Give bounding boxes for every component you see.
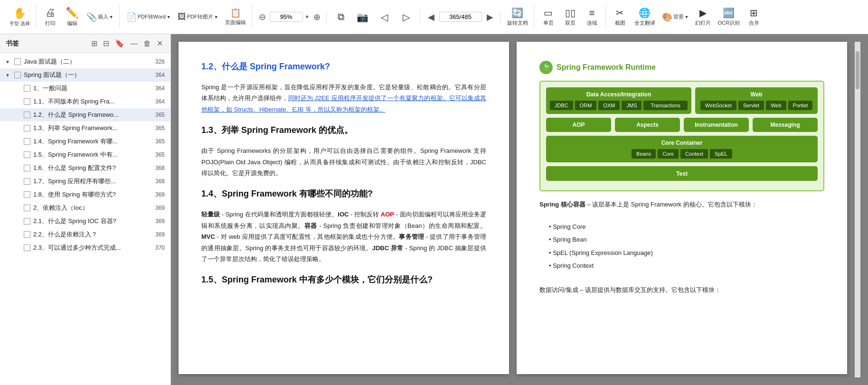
core-container-title: Core Container <box>550 140 814 146</box>
bookmark-checkbox[interactable] <box>24 231 30 238</box>
bookmark-checkbox[interactable] <box>24 138 30 145</box>
diagram-row-4: Test <box>546 166 818 181</box>
toolbar-group-select: ✋ 手型 选择 <box>4 5 36 29</box>
bookmark-checkbox[interactable] <box>24 125 30 131</box>
edit-button[interactable]: ✏️ 编辑 <box>62 5 83 29</box>
bookmark-checkbox[interactable] <box>24 112 30 118</box>
web-items: WebSocket Servlet Web Portlet <box>699 101 814 110</box>
diagram-item-jms: JMS <box>622 101 642 110</box>
background-button[interactable]: 🎨 背景 ▼ <box>659 10 692 24</box>
background-label: 背景 <box>673 13 684 20</box>
bookmark-checkbox[interactable] <box>24 205 30 211</box>
bookmark-checkbox[interactable] <box>24 165 30 171</box>
sidebar-content: ▼Java 面试题（二）326▼Spring 面试题（一）3641、一般问题36… <box>0 53 170 385</box>
bookmark-page: 368 <box>155 165 165 171</box>
list-item[interactable]: 1.2、什么是 Spring Framewo...365 <box>0 108 170 122</box>
toolbar-group-rotate: 🔄 旋转文档 <box>501 5 534 28</box>
combine-button[interactable]: ⊞ 合并 <box>744 5 764 28</box>
pdf-to-word-button[interactable]: 📄 PDF转Word ▼ <box>123 10 174 24</box>
diagram-item-spel: SpEL <box>710 149 732 159</box>
copy-button[interactable]: ⧉ <box>330 9 351 24</box>
diagram-item-jdbc: JDBC <box>550 101 573 110</box>
content-area: 1.2、什么是 Spring Framework? Spring 是一个开源应用… <box>171 34 868 385</box>
continuous-button[interactable]: ≡ 连续 <box>582 6 603 28</box>
list-item[interactable]: ▼Java 面试题（二）326 <box>0 55 170 68</box>
list-item[interactable]: 2.2、什么是依赖注入？369 <box>0 228 170 241</box>
bookmark-checkbox[interactable] <box>24 218 30 225</box>
double-page-button[interactable]: ▯▯ 双页 <box>560 5 581 28</box>
bookmark-checkbox[interactable] <box>24 98 30 105</box>
hand-select-button[interactable]: ✋ 手型 选择 <box>7 5 33 29</box>
expand-icon <box>13 164 21 172</box>
next-page-button[interactable]: ▶ <box>484 11 496 23</box>
zoom-out-button[interactable]: ⊖ <box>257 11 268 23</box>
bullet-spring-bean: Spring Bean <box>549 234 824 245</box>
zoom-in-button[interactable]: ⊕ <box>311 11 322 23</box>
list-item[interactable]: 1.8、使用 Spring 有哪些方式?368 <box>0 188 170 201</box>
ppt-button[interactable]: ▶ 幻灯片 <box>692 5 714 28</box>
list-item[interactable]: 2、依赖注入（Ioc）369 <box>0 201 170 215</box>
ocr-icon: 🔤 <box>723 7 735 19</box>
bookmark-checkbox[interactable] <box>24 191 30 198</box>
list-item[interactable]: 1.6、什么是 Spring 配置文件?368 <box>0 161 170 175</box>
expand-icon <box>13 191 21 198</box>
pdf-to-img-button[interactable]: 🖼 PDF转图片 ▼ <box>175 10 221 24</box>
bookmark-checkbox[interactable] <box>24 244 30 251</box>
sidebar-delete-icon[interactable]: 🗑 <box>142 38 153 49</box>
list-item[interactable]: 1.5、Spring Framework 中有...365 <box>0 148 170 161</box>
audio-right-button[interactable]: ▷ <box>396 9 417 25</box>
edit-label: 编辑 <box>67 20 77 27</box>
diagram-item-servlet: Servlet <box>738 101 764 110</box>
sidebar-collapse-icon[interactable]: ⊟ <box>101 38 111 49</box>
zoom-dropdown-button[interactable]: ▼ <box>305 14 310 19</box>
bookmark-label: 1.3、列举 Spring Framework... <box>33 124 151 132</box>
bullet-spring-core: Spring Core <box>549 221 824 232</box>
list-item[interactable]: 1.7、Spring 应用程序有哪些...368 <box>0 175 170 188</box>
rotate-button[interactable]: 🔄 旋转文档 <box>504 5 531 28</box>
bookmark-label: 2、依赖注入（Ioc） <box>33 204 151 212</box>
screenshot-button[interactable]: ✂ 截图 <box>610 5 631 28</box>
expand-icon <box>13 151 21 159</box>
list-item[interactable]: 1.1、不同版本的 Spring Fra...364 <box>0 95 170 108</box>
double-page-icon: ▯▯ <box>565 7 576 19</box>
bookmark-checkbox[interactable] <box>14 72 21 78</box>
expand-icon <box>13 204 21 212</box>
copy-icon: ⧉ <box>338 11 344 22</box>
sidebar-minus-icon[interactable]: — <box>128 38 140 49</box>
bookmark-checkbox[interactable] <box>14 58 21 65</box>
edit-icon: ✏️ <box>66 7 78 19</box>
diagram-item-core: Core <box>658 149 679 159</box>
sidebar-bookmark-icon[interactable]: 🔖 <box>113 38 126 49</box>
sidebar-expand-icon[interactable]: ⊞ <box>89 38 99 49</box>
page-input[interactable] <box>439 12 482 22</box>
diagram-aspects: Aspects <box>615 118 680 132</box>
bookmark-checkbox[interactable] <box>24 151 30 158</box>
list-item[interactable]: 1.4、Spring Framework 有哪...365 <box>0 135 170 148</box>
list-item[interactable]: 1、一般问题364 <box>0 82 170 95</box>
expand-icon <box>13 178 21 185</box>
snapshot-button[interactable]: 📷 <box>352 9 373 25</box>
list-item[interactable]: 1.3、列举 Spring Framework...365 <box>0 122 170 135</box>
zoom-input[interactable]: 95% <box>270 12 303 22</box>
audio-left-button[interactable]: ◁ <box>374 9 395 25</box>
single-page-button[interactable]: ▭ 单页 <box>538 5 559 28</box>
ocr-button[interactable]: 🔤 OCR识别 <box>715 5 742 28</box>
page-edit-button[interactable]: 📋 页面编辑 <box>222 6 249 28</box>
bookmark-page: 365 <box>155 151 165 158</box>
print-button[interactable]: 🖨 打印 <box>40 5 61 29</box>
list-item[interactable]: 2.3、可以通过多少种方式完成...370 <box>0 241 170 254</box>
right-scrollbar[interactable] <box>855 42 860 377</box>
insert-button[interactable]: 📎 插入 ▼ <box>84 10 116 24</box>
expand-icon <box>13 85 21 92</box>
prev-page-button[interactable]: ◀ <box>425 11 437 23</box>
bookmark-checkbox[interactable] <box>24 85 30 92</box>
list-item[interactable]: 2.1、什么是 Spring IOC 容器?369 <box>0 215 170 228</box>
bookmark-label: 2.2、什么是依赖注入？ <box>33 230 151 239</box>
sidebar-close-icon[interactable]: ✕ <box>155 38 165 49</box>
translate-button[interactable]: 🌐 全文翻译 <box>632 5 658 28</box>
pdf-img-icon: 🖼 <box>178 12 186 22</box>
list-item[interactable]: ▼Spring 面试题（一）364 <box>0 68 170 82</box>
bookmark-checkbox[interactable] <box>24 178 30 185</box>
para-1-3: 由于 Spring Frameworks 的分层架构，用户可以自由选择自己需要的… <box>201 145 486 178</box>
expand-icon <box>13 217 21 225</box>
